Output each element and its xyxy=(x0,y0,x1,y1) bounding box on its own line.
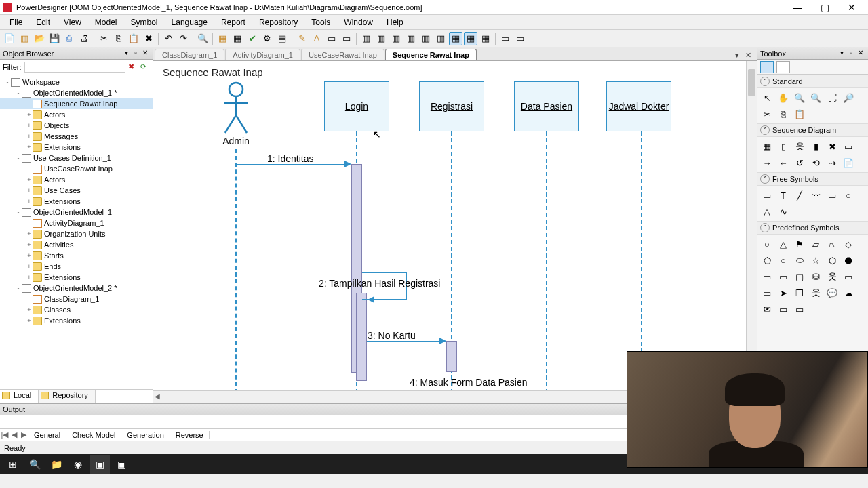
new-button[interactable]: 📄 xyxy=(3,32,16,45)
output-nav-first-icon[interactable]: |◀ xyxy=(0,430,9,439)
toolbox-pin-icon[interactable]: ▫ xyxy=(846,49,856,58)
new-model-button[interactable]: ▥ xyxy=(18,32,31,45)
tool-person[interactable]: 웃 xyxy=(825,270,839,283)
tree-node[interactable]: -ObjectOrientedModel_1 xyxy=(0,207,153,218)
toolbox-list-view-button[interactable] xyxy=(776,61,790,73)
lifeline-login[interactable]: Login xyxy=(324,81,389,131)
tool-wave[interactable]: ∿ xyxy=(776,205,790,218)
tool-rect5[interactable]: ▭ xyxy=(842,270,855,283)
tool-return[interactable]: ← xyxy=(776,156,790,169)
tool-async[interactable]: ⇢ xyxy=(825,156,839,169)
tool-rrect[interactable]: ▢ xyxy=(793,270,806,283)
tool-callout[interactable]: 💬 xyxy=(825,286,839,300)
tool-copy[interactable]: ⎘ xyxy=(776,107,790,121)
tool-rect2[interactable]: ▭ xyxy=(825,188,839,202)
lifeline-registrasi[interactable]: Registrasi xyxy=(419,81,484,131)
pencil-button[interactable]: ✎ xyxy=(295,32,309,45)
tool-activation[interactable]: ▮ xyxy=(809,140,823,153)
filter-clear-icon[interactable]: ✖ xyxy=(128,62,138,72)
tree-node[interactable]: +Extensions xyxy=(0,142,153,152)
menu-symbol[interactable]: Symbol xyxy=(124,16,165,28)
copy-button[interactable]: ⎘ xyxy=(112,32,125,45)
message-1-line[interactable] xyxy=(236,164,346,165)
options-button[interactable]: ⚙ xyxy=(260,32,274,45)
repo1-button[interactable]: ▭ xyxy=(498,32,512,45)
tool-mail[interactable]: ✉ xyxy=(760,302,774,316)
align5-button[interactable]: ▥ xyxy=(419,32,433,45)
tree-node[interactable]: +Extensions xyxy=(0,272,153,283)
menu-model[interactable]: Model xyxy=(88,16,124,28)
browser-button[interactable]: ▤ xyxy=(275,32,289,45)
tool-text[interactable]: T xyxy=(776,188,790,202)
print-button[interactable]: 🖨 xyxy=(77,32,91,45)
toolbox-section-sequence-diagram[interactable]: ˄Sequence Diagram xyxy=(757,123,868,137)
menu-window[interactable]: Window xyxy=(337,16,380,28)
close-button[interactable]: ✕ xyxy=(838,0,865,15)
tree-node[interactable]: +Ends xyxy=(0,261,153,272)
cut-button[interactable]: ✂ xyxy=(97,32,111,45)
doc-tab[interactable]: ActivityDiagram_1 xyxy=(225,49,300,60)
panel-close-icon[interactable]: ✕ xyxy=(140,49,150,58)
menu-edit[interactable]: Edit xyxy=(29,16,57,28)
align3-button[interactable]: ▥ xyxy=(389,32,403,45)
toolbox-section-predefined-symbols[interactable]: ˄Predefined Symbols xyxy=(757,221,868,235)
tool-poly[interactable]: △ xyxy=(760,205,774,218)
tool-magnify[interactable]: 🔎 xyxy=(842,91,855,104)
tree-node[interactable]: +Actors xyxy=(0,109,153,120)
vertical-scrollbar[interactable] xyxy=(746,61,757,390)
tree-node[interactable]: ActivityDiagram_1 xyxy=(0,218,153,228)
menu-repository[interactable]: Repository xyxy=(252,16,304,28)
tool-message[interactable]: → xyxy=(760,156,774,169)
tree-node[interactable]: Sequence Rawat Inap xyxy=(0,98,153,109)
actor-admin[interactable]: Admin xyxy=(221,81,251,146)
activation-login-inner[interactable] xyxy=(356,293,367,381)
tool-zoom-in[interactable]: 🔍 xyxy=(809,91,823,104)
output-nav-next-icon[interactable]: ▶ xyxy=(19,430,28,439)
layout1-button[interactable]: ▦ xyxy=(449,32,462,45)
check-button[interactable]: ✔ xyxy=(245,32,259,45)
explorer-button[interactable]: 📁 xyxy=(46,455,66,474)
open-button[interactable]: 📂 xyxy=(33,32,46,45)
align4-button[interactable]: ▥ xyxy=(404,32,418,45)
toolbox-dropdown-icon[interactable]: ▾ xyxy=(837,49,846,58)
tree-node[interactable]: +Actors xyxy=(0,174,153,185)
tool-oval[interactable]: ○ xyxy=(760,237,774,251)
menu-language[interactable]: Language xyxy=(165,16,214,28)
redo-button[interactable]: ↷ xyxy=(176,32,190,45)
layout2-button[interactable]: ▦ xyxy=(464,32,477,45)
save-button[interactable]: 💾 xyxy=(47,32,61,45)
grid-button[interactable]: ▦ xyxy=(231,32,244,45)
browser-tab-local[interactable]: Local xyxy=(0,390,39,403)
undo-button[interactable]: ↶ xyxy=(161,32,175,45)
tree-node[interactable]: +Objects xyxy=(0,120,153,131)
tool-rect3[interactable]: ▭ xyxy=(760,270,774,283)
align2-button[interactable]: ▥ xyxy=(374,32,388,45)
tool-file[interactable]: 📄 xyxy=(842,156,855,169)
tool-flag[interactable]: ⚑ xyxy=(793,237,806,251)
output-tab-general[interactable]: General xyxy=(28,431,66,439)
filter-input[interactable] xyxy=(24,62,126,73)
tree-node[interactable]: -ObjectOrientedModel_2 * xyxy=(0,283,153,293)
lifeline-jadwal-dokter[interactable]: Jadwal Dokter xyxy=(606,81,671,131)
repo2-button[interactable]: ▭ xyxy=(513,32,527,45)
tree-node[interactable]: +Activities xyxy=(0,239,153,250)
filter-refresh-icon[interactable]: ⟳ xyxy=(140,62,150,72)
menu-report[interactable]: Report xyxy=(214,16,252,28)
tool-ellipse[interactable]: ○ xyxy=(842,188,855,202)
tool-actor[interactable]: 웃 xyxy=(793,140,806,153)
tool-paral[interactable]: ▱ xyxy=(809,237,823,251)
tool-delete[interactable]: ✖ xyxy=(825,140,839,153)
tool-oct[interactable]: ⯃ xyxy=(842,253,855,267)
tool-zoom-out[interactable]: 🔍 xyxy=(793,91,806,104)
output-tab-generation[interactable]: Generation xyxy=(121,431,170,439)
tool-recursive[interactable]: ⟲ xyxy=(809,156,823,169)
toolbox-close-icon[interactable]: ✕ xyxy=(856,49,865,58)
tree-node[interactable]: +Starts xyxy=(0,250,153,261)
tree-node[interactable]: -Use Cases Definition_1 xyxy=(0,152,153,163)
start-button[interactable]: ⊞ xyxy=(3,455,23,474)
doc-tab-menu-icon[interactable]: ▾ xyxy=(732,51,742,60)
menu-view[interactable]: View xyxy=(57,16,88,28)
browser-tab-repository[interactable]: Repository xyxy=(39,390,96,403)
tool-actor2[interactable]: 웃 xyxy=(809,286,823,300)
toolbox-section-standard[interactable]: ˄Standard xyxy=(757,75,868,88)
